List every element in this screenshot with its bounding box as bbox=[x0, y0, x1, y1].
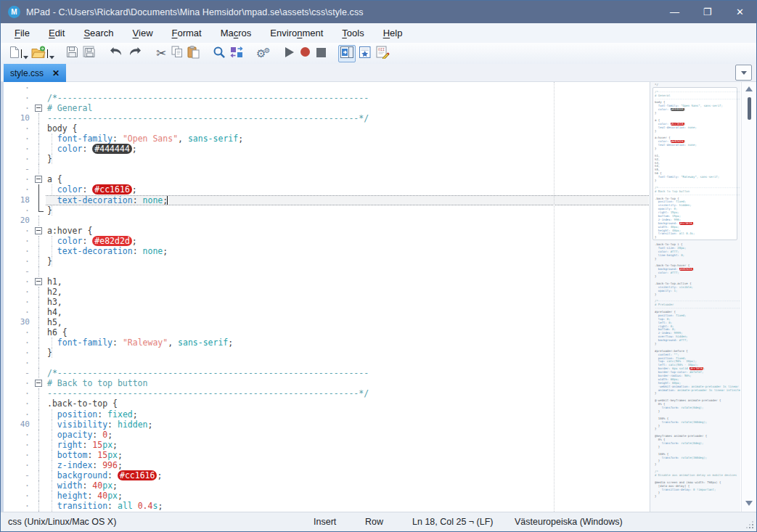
menu-item-environment[interactable]: Environment bbox=[261, 25, 332, 41]
code-line: ·} bbox=[4, 256, 649, 266]
close-button[interactable]: ✕ bbox=[724, 1, 756, 23]
undo-icon bbox=[109, 46, 123, 61]
fold-toggle-icon[interactable] bbox=[33, 378, 46, 388]
scroll-down-arrow-icon[interactable] bbox=[745, 501, 753, 506]
save-all-button[interactable] bbox=[81, 45, 97, 62]
fold-margin bbox=[33, 420, 46, 430]
menu-item-file[interactable]: File bbox=[5, 25, 39, 41]
line-number: · bbox=[4, 83, 33, 93]
undo-button[interactable] bbox=[107, 45, 125, 62]
line-number: · bbox=[4, 337, 33, 348]
tab-bar: style.css ✕ bbox=[1, 64, 756, 82]
fold-margin bbox=[33, 246, 46, 256]
chevron-down-icon bbox=[741, 71, 747, 75]
fold-margin bbox=[33, 256, 46, 266]
status-language: css (Unix/Linux/Mac OS X) bbox=[8, 517, 116, 527]
fold-margin bbox=[33, 144, 46, 154]
fold-margin bbox=[33, 460, 46, 470]
redo-button[interactable] bbox=[126, 45, 144, 62]
minimize-button[interactable]: — bbox=[658, 1, 691, 23]
tab-style-css[interactable]: style.css ✕ bbox=[4, 64, 66, 82]
find-button[interactable] bbox=[211, 45, 227, 62]
code-line: · position: fixed; bbox=[4, 409, 649, 420]
menu-item-tools[interactable]: Tools bbox=[332, 25, 373, 41]
code-line: ·h1, bbox=[4, 277, 649, 287]
line-number: · bbox=[4, 205, 33, 216]
menu-item-search[interactable]: Search bbox=[74, 25, 123, 41]
code-line: · color: #e82d2d; bbox=[4, 236, 649, 246]
toolbar: ✂⚙⚙OII bbox=[1, 43, 756, 64]
line-number: · bbox=[4, 327, 33, 337]
editor-area: ··/*------------------------------------… bbox=[1, 82, 756, 512]
scroll-up-arrow-icon[interactable] bbox=[745, 86, 753, 91]
fold-margin bbox=[33, 123, 46, 134]
code-editor[interactable]: ··/*------------------------------------… bbox=[4, 82, 649, 512]
fold-margin bbox=[33, 348, 46, 358]
fold-margin bbox=[33, 470, 46, 480]
fold-margin bbox=[33, 205, 46, 216]
code-line: 40 visibility: hidden; bbox=[4, 420, 649, 430]
new-file-dropdown-button[interactable] bbox=[21, 49, 28, 58]
menu-item-view[interactable]: View bbox=[123, 25, 163, 41]
fold-toggle-icon[interactable] bbox=[33, 226, 46, 236]
code-line: ·} bbox=[4, 205, 649, 216]
code-line: · color: #cc1616; bbox=[4, 184, 649, 195]
fold-toggle-icon[interactable] bbox=[33, 277, 46, 287]
paste-icon bbox=[187, 46, 200, 62]
settings-button[interactable]: ⚙⚙ bbox=[255, 45, 271, 62]
code-line: ·.back-to-top { bbox=[4, 398, 649, 409]
line-number: · bbox=[4, 174, 33, 184]
menu-item-format[interactable]: Format bbox=[163, 25, 211, 41]
code-line: - bbox=[4, 266, 649, 277]
menu-item-help[interactable]: Help bbox=[374, 25, 412, 41]
code-line: · bbox=[4, 358, 649, 368]
menu-item-edit[interactable]: Edit bbox=[39, 25, 74, 41]
line-number: · bbox=[4, 450, 33, 460]
line-number: · bbox=[4, 358, 33, 368]
open-file-button[interactable] bbox=[30, 45, 48, 62]
code-line: ·h6 { bbox=[4, 327, 649, 337]
gear-icon: ⚙⚙ bbox=[256, 47, 270, 60]
toggle-preview-pane-button[interactable] bbox=[338, 45, 356, 62]
status-encoding: Västeuropeiska (Windows) bbox=[515, 517, 623, 527]
tab-close-icon[interactable]: ✕ bbox=[52, 68, 60, 78]
line-number: · bbox=[4, 409, 33, 420]
resize-grip[interactable] bbox=[746, 521, 753, 528]
line-number: - bbox=[4, 164, 33, 174]
app-icon: M bbox=[8, 6, 20, 18]
replace-button[interactable] bbox=[229, 45, 245, 62]
code-line: 30h5, bbox=[4, 317, 649, 327]
code-line: · text-decoration: none; bbox=[4, 246, 649, 256]
fold-margin bbox=[33, 358, 46, 368]
save-button[interactable] bbox=[65, 45, 80, 62]
copy-button[interactable] bbox=[170, 45, 184, 62]
stop-macro-button[interactable] bbox=[314, 45, 328, 62]
fold-toggle-icon[interactable] bbox=[33, 103, 46, 113]
edit-macros-button[interactable]: OII bbox=[375, 45, 391, 62]
cut-button[interactable]: ✂ bbox=[154, 45, 168, 62]
minimap-preview[interactable]: *//*------------------------------------… bbox=[650, 82, 740, 512]
code-line: ·# Back to top button bbox=[4, 378, 649, 388]
toolbar-separator bbox=[98, 53, 107, 54]
record-macro-button[interactable] bbox=[298, 45, 312, 62]
document-favorite-button[interactable] bbox=[357, 45, 373, 62]
fold-margin bbox=[33, 287, 46, 297]
code-line: ·h4, bbox=[4, 307, 649, 317]
caret-down-icon bbox=[23, 49, 28, 62]
replace-icon bbox=[230, 46, 243, 61]
scrollbar-thumb[interactable] bbox=[748, 97, 751, 120]
fold-toggle-icon[interactable] bbox=[33, 174, 46, 184]
run-macro-button[interactable] bbox=[282, 45, 296, 62]
line-number: · bbox=[4, 440, 33, 450]
code-line: -/*-------------------------------------… bbox=[4, 368, 649, 378]
new-file-button[interactable] bbox=[7, 45, 22, 62]
maximize-button[interactable]: ❐ bbox=[691, 1, 724, 23]
paste-button[interactable] bbox=[186, 45, 201, 62]
tab-list-dropdown-button[interactable] bbox=[735, 65, 752, 81]
open-file-dropdown-button[interactable] bbox=[47, 49, 54, 58]
line-number: · bbox=[4, 123, 33, 134]
fold-margin bbox=[33, 307, 46, 317]
vertical-scrollbar[interactable] bbox=[741, 82, 756, 512]
tab-label: style.css bbox=[10, 68, 44, 78]
menu-item-macros[interactable]: Macros bbox=[211, 25, 261, 41]
